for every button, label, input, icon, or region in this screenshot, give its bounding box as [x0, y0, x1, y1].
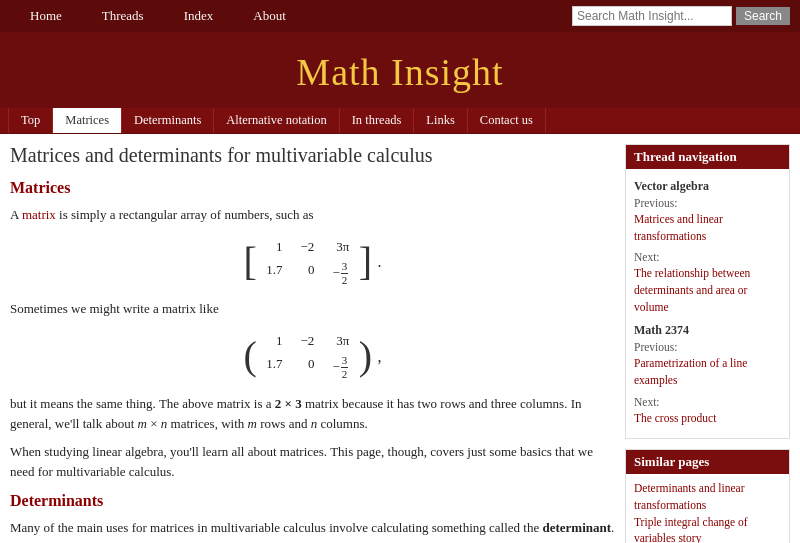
- matrix-display-1: [ 1 −2 3π 1.7 0 −32 ] .: [10, 237, 615, 287]
- comma-2: ,: [378, 348, 382, 365]
- prev1-link[interactable]: Matrices and linear transformations: [634, 211, 781, 244]
- paren-left-2: (: [243, 334, 256, 379]
- similar-link-0[interactable]: Determinants and linear transformations: [634, 480, 781, 513]
- sec-nav-top[interactable]: Top: [8, 108, 53, 133]
- search-area: Search: [572, 6, 790, 26]
- search-button[interactable]: Search: [736, 7, 790, 25]
- sidebar: Thread navigation Vector algebra Previou…: [625, 144, 790, 543]
- next2-link[interactable]: The cross product: [634, 410, 781, 427]
- similar-pages-box: Similar pages Determinants and linear tr…: [625, 449, 790, 543]
- sec-nav-alt-notation[interactable]: Alternative notation: [214, 108, 339, 133]
- top-navigation: Home Threads Index About Search: [0, 0, 800, 32]
- nav-home[interactable]: Home: [10, 4, 82, 28]
- site-title-bar: Math Insight: [0, 32, 800, 108]
- vector-algebra-section: Vector algebra: [634, 179, 781, 194]
- matrices-intro: A matrix is simply a rectangular array o…: [10, 205, 615, 225]
- prev1-label: Previous:: [634, 197, 677, 209]
- bracket-right-1: ]: [359, 239, 372, 284]
- next1-link[interactable]: The relationship between determinants an…: [634, 265, 781, 315]
- sec-nav-in-threads[interactable]: In threads: [340, 108, 415, 133]
- similar-pages-title: Similar pages: [626, 450, 789, 474]
- m1-r2c3: −32: [332, 260, 349, 287]
- sec-nav-determinants[interactable]: Determinants: [122, 108, 214, 133]
- thread-nav-prev1: Previous: Matrices and linear transforma…: [634, 196, 781, 244]
- thread-nav-next1: Next: The relationship between determina…: [634, 250, 781, 315]
- sec-nav-links[interactable]: Links: [414, 108, 467, 133]
- top-nav-links: Home Threads Index About: [10, 4, 306, 28]
- next1-label: Next:: [634, 251, 660, 263]
- similar-link-1[interactable]: Triple integral change of variables stor…: [634, 514, 781, 543]
- m1-r1c3: 3π: [332, 237, 349, 258]
- matrix-table-2: 1 −2 3π 1.7 0 −32: [266, 331, 349, 381]
- sec-nav-matrices[interactable]: Matrices: [53, 108, 122, 133]
- secondary-navigation: Top Matrices Determinants Alternative no…: [0, 108, 800, 134]
- math-section: Math 2374: [634, 323, 781, 338]
- m1-r2c1: 1.7: [266, 260, 282, 287]
- m1-r2c2: 0: [301, 260, 315, 287]
- matrices-heading: Matrices: [10, 179, 615, 197]
- page-title: Matrices and determinants for multivaria…: [10, 144, 615, 167]
- paren-right-2: ): [359, 334, 372, 379]
- m2-r2c2: 0: [301, 354, 315, 381]
- search-input[interactable]: [572, 6, 732, 26]
- main-layout: Matrices and determinants for multivaria…: [0, 134, 800, 543]
- matrices-para-2: Sometimes we might write a matrix like: [10, 299, 615, 319]
- similar-pages-content: Determinants and linear transformations …: [626, 474, 789, 543]
- sec-nav-contact[interactable]: Contact us: [468, 108, 546, 133]
- m2-r1c3: 3π: [332, 331, 349, 352]
- bracket-left-1: [: [243, 239, 256, 284]
- matrices-para-3: but it means the same thing. The above m…: [10, 394, 615, 434]
- determinants-heading: Determinants: [10, 492, 615, 510]
- thread-nav-prev2: Previous: Parametrization of a line exam…: [634, 340, 781, 388]
- matrix-table-1: 1 −2 3π 1.7 0 −32: [266, 237, 349, 287]
- matrix-link[interactable]: matrix: [22, 207, 56, 222]
- prev2-link[interactable]: Parametrization of a line examples: [634, 355, 781, 388]
- period-1: .: [378, 253, 382, 270]
- nav-about[interactable]: About: [233, 4, 306, 28]
- next2-label: Next:: [634, 396, 660, 408]
- m2-r1c2: −2: [301, 331, 315, 352]
- thread-nav-content: Vector algebra Previous: Matrices and li…: [626, 169, 789, 438]
- m2-r2c1: 1.7: [266, 354, 282, 381]
- m2-r2c3: −32: [332, 354, 349, 381]
- nav-threads[interactable]: Threads: [82, 4, 164, 28]
- site-title: Math Insight: [0, 50, 800, 94]
- matrices-para-4: When studying linear algebra, you'll lea…: [10, 442, 615, 482]
- m2-r1c1: 1: [266, 331, 282, 352]
- prev2-label: Previous:: [634, 341, 677, 353]
- nav-index[interactable]: Index: [164, 4, 234, 28]
- thread-nav-next2: Next: The cross product: [634, 395, 781, 427]
- m1-r1c1: 1: [266, 237, 282, 258]
- determinants-para-1: Many of the main uses for matrices in mu…: [10, 518, 615, 543]
- m1-r1c2: −2: [301, 237, 315, 258]
- matrix-display-2: ( 1 −2 3π 1.7 0 −32 ) ,: [10, 331, 615, 381]
- thread-nav-title: Thread navigation: [626, 145, 789, 169]
- content-area: Matrices and determinants for multivaria…: [10, 144, 615, 543]
- thread-nav-box: Thread navigation Vector algebra Previou…: [625, 144, 790, 439]
